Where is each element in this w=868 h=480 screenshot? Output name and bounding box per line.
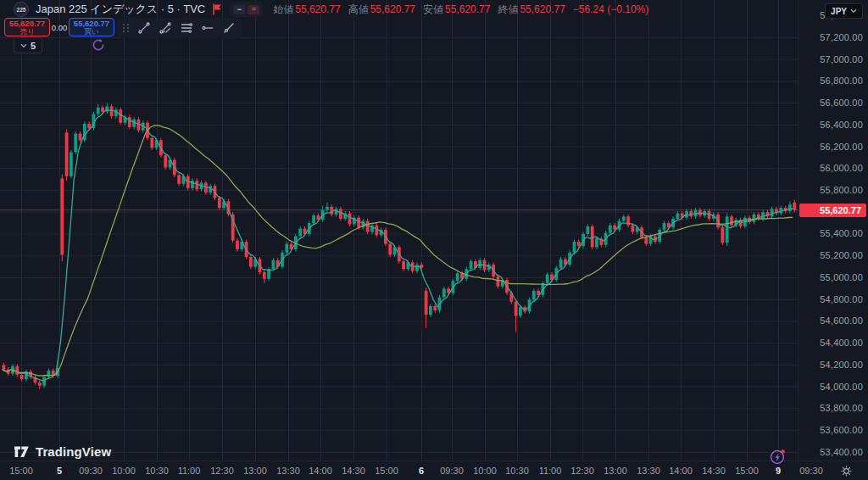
candle-body <box>65 132 69 176</box>
flash-icon[interactable] <box>769 448 787 466</box>
time-axis[interactable]: 15:00509:3010:0010:3011:0012:3013:0013:3… <box>0 460 868 480</box>
candle-body <box>726 216 729 243</box>
price-axis-label: 55,400.00 <box>820 228 863 238</box>
price-axis-label: 53,400.00 <box>820 447 863 457</box>
candle-body <box>532 291 536 299</box>
indicator-legend-collapsed[interactable]: − = <box>230 2 263 17</box>
candle-body <box>577 242 581 246</box>
candle-body <box>587 226 590 234</box>
currency-selector[interactable]: JPY <box>825 3 863 19</box>
candle-body <box>456 273 459 281</box>
price-axis-label: 55,200.00 <box>820 250 863 260</box>
candlestick-chart[interactable] <box>0 0 798 460</box>
horizontal-levels-icon[interactable] <box>177 20 195 37</box>
candle-body <box>191 181 194 188</box>
candle-body <box>38 382 42 386</box>
candle-body <box>3 365 6 369</box>
change-value: −56.24 (−0.10%) <box>573 3 648 15</box>
price-axis-label: 53,800.00 <box>820 403 863 413</box>
time-axis-label: 12:30 <box>570 466 594 476</box>
candle-body <box>70 152 73 176</box>
tradingview-logo[interactable]: TradingView <box>14 444 111 459</box>
candle-body <box>388 244 392 255</box>
open-label: 始値 <box>273 3 293 17</box>
price-axis-label: 54,200.00 <box>820 360 863 370</box>
candle-body <box>236 241 239 249</box>
candle-body <box>20 375 24 379</box>
interval-value: 5 <box>31 41 36 51</box>
time-axis-label: 09:30 <box>440 466 464 476</box>
chevron-down-icon <box>20 43 27 48</box>
flag-icon[interactable] <box>212 3 223 15</box>
candle-body <box>515 302 518 316</box>
trade-panel: 55,620.77 売り 0.00 55,620.77 買い <box>4 18 114 36</box>
time-axis-label: 13:00 <box>243 466 267 476</box>
current-price-badge: 55,620.77 <box>799 204 866 217</box>
price-axis-label: 55,000.00 <box>820 272 863 282</box>
time-axis-label: 09:30 <box>79 466 103 476</box>
currency-label: JPY <box>831 7 847 16</box>
time-axis-label: 14:30 <box>702 466 726 476</box>
minus-indicator-icon[interactable]: − <box>233 5 245 14</box>
ray-icon[interactable] <box>220 20 237 37</box>
symbol-title[interactable]: Japan 225 インデックス · 5 · TVC <box>36 2 205 17</box>
candle-body <box>442 288 446 297</box>
candle-body <box>753 215 756 222</box>
symbol-logo[interactable]: 225 <box>14 2 29 17</box>
candle-body <box>730 216 733 225</box>
candle-body <box>79 134 82 141</box>
sell-label: 売り <box>19 28 34 36</box>
time-axis-label: 13:30 <box>637 466 660 476</box>
trend-line-icon[interactable] <box>135 20 153 37</box>
price-axis-label: 55,800.00 <box>820 185 863 195</box>
candle-body <box>101 108 104 112</box>
price-axis[interactable]: 57,400.0057,200.0057,000.0056,800.0056,6… <box>798 0 868 460</box>
horizontal-ray-icon[interactable] <box>198 20 216 37</box>
refresh-icon[interactable] <box>92 38 105 52</box>
timezone-settings-gear-icon[interactable] <box>840 465 853 477</box>
price-axis-label: 57,000.00 <box>820 54 863 64</box>
candle-body <box>478 260 481 268</box>
candle-body <box>632 226 635 232</box>
time-axis-label: 15:00 <box>9 466 33 476</box>
price-axis-label: 56,800.00 <box>820 75 863 86</box>
candle-body <box>519 307 522 315</box>
sell-button[interactable]: 55,620.77 売り <box>4 18 50 36</box>
candle-body <box>105 106 108 111</box>
interval-chip[interactable]: 5 <box>14 37 42 53</box>
info-line-icon[interactable] <box>156 20 174 37</box>
candle-body <box>425 291 428 315</box>
drag-handle-icon[interactable] <box>123 24 130 32</box>
candle-body <box>218 198 221 209</box>
price-axis-label: 57,200.00 <box>820 32 863 42</box>
candle-body <box>676 214 680 219</box>
equals-indicator-icon[interactable]: = <box>248 5 259 14</box>
candle-body <box>119 109 122 122</box>
time-axis-label: 13:30 <box>276 466 300 476</box>
time-axis-label: 12:30 <box>210 466 234 476</box>
candle-body <box>348 214 352 225</box>
ma-line <box>3 110 793 381</box>
time-axis-label: 10:00 <box>473 466 497 476</box>
low-label: 安値 <box>423 3 443 17</box>
candle-body <box>415 265 419 271</box>
time-axis-label: 09:30 <box>799 466 823 476</box>
candle-body <box>87 124 91 128</box>
time-axis-label: 14:00 <box>669 466 693 476</box>
candle-body <box>97 108 100 114</box>
buy-button[interactable]: 55,620.77 買い <box>69 18 114 36</box>
close-label: 終値 <box>498 3 518 17</box>
time-axis-label: 10:30 <box>505 466 529 476</box>
candle-body <box>312 215 315 223</box>
candle-body <box>74 134 77 153</box>
time-axis-label: 10:30 <box>145 466 169 476</box>
open-value: 55,620.77 <box>295 3 340 15</box>
candle-body <box>433 306 437 310</box>
time-axis-label: 13:00 <box>604 466 627 476</box>
price-axis-label: 54,400.00 <box>820 338 863 348</box>
candle-body <box>357 218 360 228</box>
candle-body <box>249 257 253 267</box>
candle-body <box>622 216 626 220</box>
time-axis-day-label: 6 <box>419 466 424 476</box>
candle-body <box>573 242 576 253</box>
